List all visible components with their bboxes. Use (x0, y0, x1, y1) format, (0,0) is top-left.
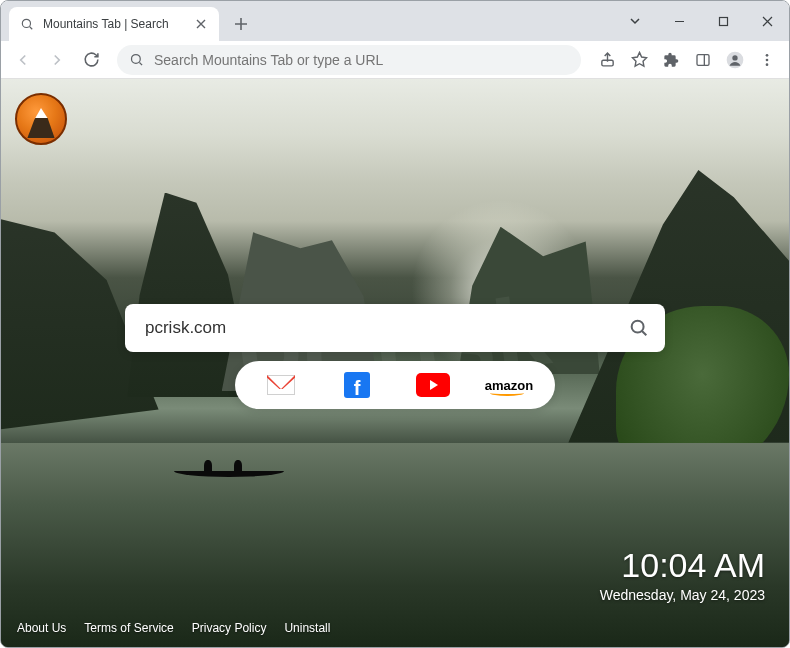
footer-terms[interactable]: Terms of Service (84, 621, 173, 635)
footer-about[interactable]: About Us (17, 621, 66, 635)
browser-toolbar (1, 41, 789, 79)
new-tab-button[interactable] (227, 10, 255, 38)
svg-point-8 (766, 58, 769, 61)
bookmark-icon[interactable] (625, 46, 653, 74)
facebook-icon: f (344, 372, 370, 398)
tab-close-icon[interactable] (193, 16, 209, 32)
svg-point-0 (22, 19, 30, 27)
svg-rect-1 (719, 17, 727, 25)
extension-logo (15, 93, 67, 145)
gmail-icon (267, 375, 295, 395)
search-icon (129, 52, 144, 67)
profile-icon[interactable] (721, 46, 749, 74)
clock-time: 10:04 AM (600, 546, 765, 585)
footer-privacy[interactable]: Privacy Policy (192, 621, 267, 635)
clock-date: Wednesday, May 24, 2023 (600, 587, 765, 603)
tab-title: Mountains Tab | Search (43, 17, 185, 31)
browser-tab[interactable]: Mountains Tab | Search (9, 7, 219, 41)
chevron-down-icon[interactable] (613, 5, 657, 37)
footer-uninstall[interactable]: Uninstall (284, 621, 330, 635)
svg-point-9 (766, 63, 769, 66)
close-button[interactable] (745, 5, 789, 37)
shortcut-gmail[interactable] (259, 369, 303, 401)
shortcut-facebook[interactable]: f (335, 369, 379, 401)
shortcuts-bar: f amazon (235, 361, 555, 409)
tab-favicon-icon (19, 16, 35, 32)
omnibox-input[interactable] (154, 52, 569, 68)
address-bar[interactable] (117, 45, 581, 75)
reload-button[interactable] (77, 46, 105, 74)
extensions-icon[interactable] (657, 46, 685, 74)
browser-window: Mountains Tab | Search (0, 0, 790, 648)
share-icon[interactable] (593, 46, 621, 74)
svg-point-7 (766, 54, 769, 57)
menu-icon[interactable] (753, 46, 781, 74)
youtube-icon (416, 373, 450, 397)
page-content: PCrisk f amazon (1, 79, 789, 647)
back-button[interactable] (9, 46, 37, 74)
svg-point-2 (132, 55, 141, 64)
amazon-icon: amazon (485, 378, 533, 393)
svg-rect-4 (697, 54, 709, 65)
svg-point-6 (732, 55, 737, 60)
clock-widget: 10:04 AM Wednesday, May 24, 2023 (600, 546, 765, 603)
minimize-button[interactable] (657, 5, 701, 37)
footer-links: About Us Terms of Service Privacy Policy… (17, 621, 330, 635)
tab-bar: Mountains Tab | Search (1, 1, 789, 41)
shortcut-youtube[interactable] (411, 369, 455, 401)
shortcut-amazon[interactable]: amazon (487, 369, 531, 401)
svg-point-11 (632, 321, 644, 333)
page-search-box[interactable] (125, 304, 665, 352)
forward-button[interactable] (43, 46, 71, 74)
page-search-input[interactable] (145, 318, 617, 338)
sidepanel-icon[interactable] (689, 46, 717, 74)
maximize-button[interactable] (701, 5, 745, 37)
page-search-button[interactable] (617, 308, 661, 348)
